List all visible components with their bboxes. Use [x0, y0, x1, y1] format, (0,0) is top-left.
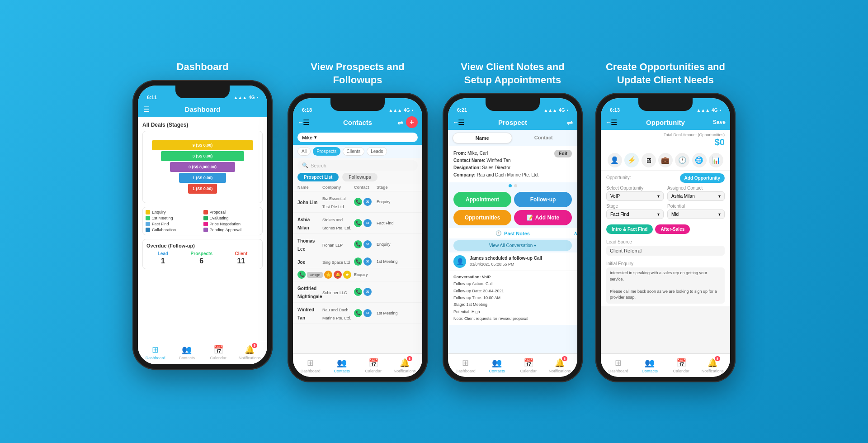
tab-clients[interactable]: Clients	[343, 147, 365, 156]
table-row[interactable]: 📞 Unsgn ⭐ 🔔 ★ Enquiry	[293, 268, 422, 281]
globe-icon[interactable]: 🌐	[692, 153, 707, 167]
nav-calendar-2[interactable]: 📅 Calendar	[358, 358, 389, 373]
appointment-button[interactable]: Appointment	[453, 192, 511, 207]
tab-name[interactable]: Name	[453, 133, 512, 143]
email-icon-6[interactable]: ✉	[363, 288, 372, 296]
note-card: 👤 James scheduled a follow-up Call 03/04…	[448, 252, 577, 271]
monitor-icon[interactable]: 🖥	[642, 153, 656, 167]
action-icon-5c[interactable]: ★	[343, 271, 351, 279]
table-row[interactable]: John Lim Biz Essential Test Pte Ltd 📞 ✉ …	[293, 191, 422, 213]
table-row[interactable]: Joe Sing Space Ltd 📞 ✉ 1st Meeting	[293, 255, 422, 268]
followup-button[interactable]: Follow-up	[514, 192, 572, 207]
email-icon-3[interactable]: ✉	[363, 240, 372, 248]
add-opportunity-button[interactable]: Add Opportunity	[680, 173, 725, 183]
phone-icon-1[interactable]: 📞	[354, 198, 362, 206]
row2-company: Stokes and Stones Pte. Ltd.	[322, 215, 354, 231]
nav-label-calendar-4: Calendar	[673, 369, 689, 373]
phone-icon-4[interactable]: 📞	[354, 257, 362, 266]
nav-dashboard-2[interactable]: ⊞ Dashboard	[295, 358, 326, 373]
select-opportunity-dropdown[interactable]: VoIP ▾	[606, 191, 664, 201]
table-row[interactable]: Thomas Lee Rohan LLP 📞 ✉ Enquiry	[293, 234, 422, 255]
add-contact-button[interactable]: +	[406, 116, 418, 128]
email-icon-7[interactable]: ✉	[363, 309, 372, 317]
phone-icon-3[interactable]: 📞	[354, 240, 362, 248]
table-row[interactable]: Ashia Milan Stokes and Stones Pte. Ltd. …	[293, 213, 422, 234]
stage-label: Stage	[606, 204, 664, 209]
lightning-icon[interactable]: ⚡	[624, 153, 639, 167]
phone-icon-6[interactable]: 📞	[354, 288, 362, 296]
action-icon-5a[interactable]: ⭐	[324, 271, 332, 279]
tab-followups[interactable]: Followups	[342, 173, 377, 181]
tune-icon-3[interactable]: ⇌	[567, 118, 573, 127]
tab-contact[interactable]: Contact	[514, 133, 573, 143]
assigned-contact-dropdown[interactable]: Ashia Milan ▾	[667, 191, 725, 201]
chart-icon[interactable]: 📊	[709, 153, 723, 167]
phone-icon-7[interactable]: 📞	[354, 309, 362, 317]
nav-label-calendar-1: Calendar	[210, 356, 226, 360]
clock-opp-icon[interactable]: 🕐	[675, 153, 689, 167]
edit-button[interactable]: Edit	[554, 150, 572, 157]
battery-icon-1: ▪	[256, 95, 258, 100]
nav-label-contacts-1: Contacts	[179, 356, 195, 360]
nav-contacts-1[interactable]: 👥 Contacts	[171, 345, 203, 360]
email-icon-1[interactable]: ✉	[363, 198, 372, 206]
menu-icon-3[interactable]: ☰	[458, 118, 464, 127]
nav-dashboard-1[interactable]: ⊞ Dashboard	[140, 345, 171, 360]
person-icon[interactable]: 👤	[608, 153, 622, 167]
save-button[interactable]: Save	[713, 119, 726, 125]
table-row[interactable]: Gottfried Nightingale Schinner LLC 📞 ✉	[293, 281, 422, 303]
stage-dropdown[interactable]: Fact Find ▾	[606, 210, 664, 219]
stage-info: Stage: 1st Meeting	[453, 301, 572, 308]
bell-icon-3: 🔔8	[555, 358, 565, 368]
opportunity-app-content: Total Deal Amount (Opportunities) $0 👤 ⚡…	[601, 130, 730, 353]
prospect-header-right: ⇌	[567, 118, 573, 127]
tab-prospect-list[interactable]: Prospect List	[297, 173, 339, 181]
potential-dropdown[interactable]: Mid ▾	[667, 210, 725, 219]
nav-calendar-4[interactable]: 📅 Calendar	[665, 358, 697, 373]
chevron-down-icon-potential: ▾	[718, 212, 721, 217]
conversation-title: Conversation: VoIP	[453, 274, 572, 281]
tab-leads[interactable]: Leads	[367, 147, 387, 156]
nav-dashboard-4[interactable]: ⊞ Dashboard	[603, 358, 634, 373]
intro-fact-find-button[interactable]: Intro & Fact Find	[606, 224, 653, 234]
overdue-value-client: 11	[237, 257, 245, 265]
nav-contacts-3[interactable]: 👥 Contacts	[481, 358, 513, 373]
contacts-filter-dropdown[interactable]: Mike ▾	[297, 133, 418, 142]
conversation-details: Conversation: VoIP Follow-up Action: Cal…	[448, 271, 577, 325]
row7-name: Winfred Tan	[297, 305, 322, 321]
screens-container: Dashboard 6:11 ▲▲▲ 4G ▪ ☰ Dashboard	[123, 52, 745, 391]
nav-notifications-4[interactable]: 🔔8 Notifications	[697, 358, 729, 373]
menu-icon-1[interactable]: ☰	[143, 105, 150, 114]
nav-notifications-3[interactable]: 🔔8 Notifications	[544, 358, 576, 373]
chevron-up-icon[interactable]: ∧	[574, 230, 577, 236]
nav-notifications-2[interactable]: 🔔8 Notifications	[389, 358, 421, 373]
contacts-header-right: ⇌ +	[397, 116, 418, 128]
menu-icon-2[interactable]: ☰	[303, 118, 309, 127]
email-icon-2[interactable]: ✉	[363, 219, 372, 227]
tab-prospects[interactable]: Prospects	[313, 147, 340, 156]
row6-name: Gottfried Nightingale	[297, 284, 322, 300]
menu-icon-4[interactable]: ☰	[611, 118, 617, 127]
briefcase-icon[interactable]: 💼	[658, 153, 673, 167]
table-row[interactable]: Winfred Tan Rau and Dach Marine Pte. Ltd…	[293, 303, 422, 324]
nav-contacts-2[interactable]: 👥 Contacts	[326, 358, 358, 373]
nav-calendar-3[interactable]: 📅 Calendar	[513, 358, 544, 373]
phone-icon-2[interactable]: 📞	[354, 219, 362, 227]
legend-dot-5	[203, 222, 208, 226]
view-all-conversation-button[interactable]: View All Conversation ▾	[453, 240, 572, 251]
opportunity-screen-title: Create Opportunities andUpdate Client Ne…	[606, 61, 725, 86]
email-icon-4[interactable]: ✉	[363, 257, 372, 266]
list-tabs: Prospect List Followups	[293, 173, 422, 184]
add-note-button[interactable]: 📝 Add Note	[514, 210, 572, 225]
nav-notifications-1[interactable]: 🔔9 Notifications	[234, 345, 266, 360]
nav-contacts-4[interactable]: 👥 Contacts	[634, 358, 666, 373]
phone-icon-5[interactable]: 📞	[297, 271, 306, 279]
nav-dashboard-3[interactable]: ⊞ Dashboard	[450, 358, 481, 373]
opportunities-button[interactable]: Opportunities	[453, 210, 511, 225]
tune-icon[interactable]: ⇌	[397, 118, 403, 127]
action-icon-5b[interactable]: 🔔	[334, 271, 342, 279]
tab-all[interactable]: All	[297, 147, 311, 156]
nav-calendar-1[interactable]: 📅 Calendar	[203, 345, 234, 360]
after-sales-button[interactable]: After-Sales	[655, 224, 690, 234]
initial-enquiry-text: Interested in speaking with a sales rep …	[606, 267, 725, 304]
